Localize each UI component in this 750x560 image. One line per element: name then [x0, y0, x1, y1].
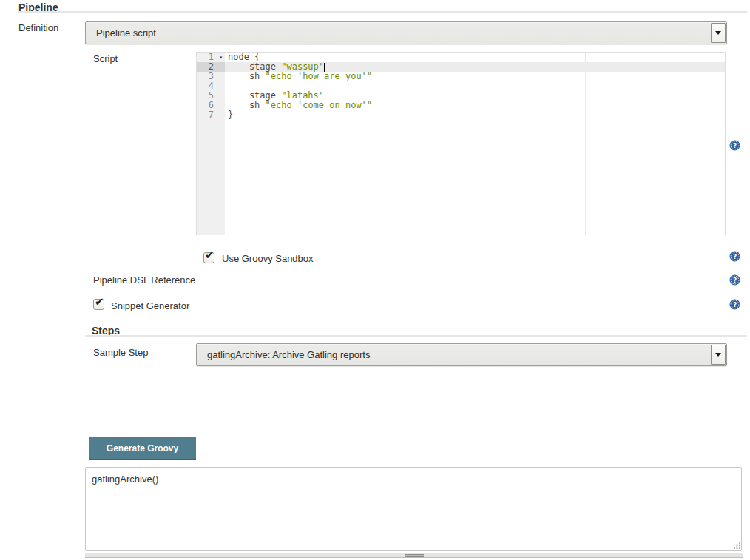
- script-editor[interactable]: 1▾234567 node { stage "wassup" sh "echo …: [196, 52, 726, 235]
- sample-step-select-value: gatlingArchive: Archive Gatling reports: [207, 344, 370, 365]
- definition-label: Definition: [18, 22, 58, 33]
- definition-select-arrow-button[interactable]: [711, 23, 726, 43]
- sample-step-select-arrow-button[interactable]: [711, 345, 726, 365]
- textarea-resize-grip-icon[interactable]: [733, 542, 741, 550]
- pipeline-dsl-reference-link[interactable]: Pipeline DSL Reference: [93, 274, 195, 286]
- editor-code[interactable]: node { stage "wassup" sh "echo 'how are …: [225, 53, 725, 235]
- script-label: Script: [93, 53, 118, 64]
- code-line[interactable]: }: [225, 110, 725, 120]
- pipeline-section-divider: [18, 11, 747, 13]
- line-number: 7: [197, 110, 225, 120]
- checkmark-icon: ✔: [95, 296, 104, 307]
- pipeline-config-page: { "pipeline": { "title": "Pipeline", "de…: [0, 0, 750, 560]
- snippet-generator-checkbox[interactable]: ✔: [93, 299, 104, 310]
- use-groovy-sandbox-label: Use Groovy Sandbox: [222, 253, 314, 264]
- editor-gutter: 1▾234567: [197, 53, 225, 235]
- fold-arrow-icon[interactable]: ▾: [219, 53, 223, 61]
- groovy-output-textarea[interactable]: gatlingArchive(): [85, 467, 742, 551]
- drag-grip-icon: [405, 554, 424, 557]
- definition-select-value: Pipeline script: [96, 22, 156, 44]
- svg-text:?: ?: [733, 277, 737, 284]
- sample-step-label: Sample Step: [93, 347, 148, 358]
- chevron-down-icon: [715, 353, 721, 357]
- svg-text:?: ?: [733, 253, 737, 260]
- steps-section-divider: [85, 335, 747, 337]
- sample-step-select[interactable]: gatlingArchive: Archive Gatling reports: [196, 343, 727, 366]
- snippet-generator-help-icon[interactable]: ?: [729, 299, 740, 310]
- snippet-generator-label: Snippet Generator: [111, 300, 189, 311]
- script-help-icon[interactable]: ?: [729, 140, 740, 151]
- generate-groovy-button[interactable]: Generate Groovy: [89, 437, 196, 460]
- chevron-down-icon: [715, 31, 721, 35]
- svg-text:?: ?: [733, 301, 737, 308]
- code-line[interactable]: sh "echo 'how are you'": [225, 72, 725, 81]
- code-line[interactable]: sh "echo 'come on now'": [225, 101, 725, 110]
- sandbox-help-icon[interactable]: ?: [729, 251, 740, 262]
- checkmark-icon: ✔: [205, 249, 214, 260]
- svg-text:?: ?: [733, 142, 737, 149]
- dsl-reference-help-icon[interactable]: ?: [729, 274, 740, 286]
- textarea-drag-handle[interactable]: [85, 553, 743, 558]
- use-groovy-sandbox-checkbox[interactable]: ✔: [203, 252, 214, 263]
- definition-select[interactable]: Pipeline script: [85, 21, 727, 44]
